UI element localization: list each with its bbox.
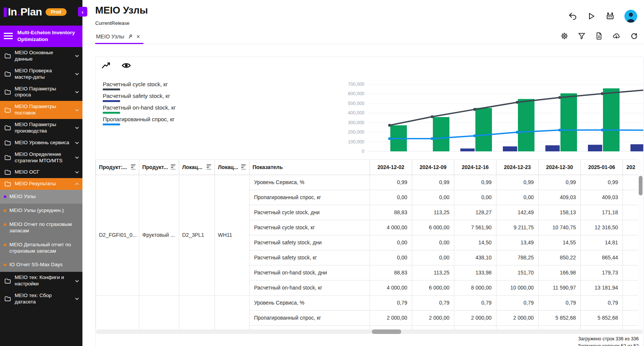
legend-item[interactable]: Расчетный on-hand stock, кг (103, 104, 176, 114)
chevron-down-icon (75, 140, 79, 145)
table-row[interactable]: Уровень Сервиса, %0,790,790,790,790,790,… (96, 295, 639, 310)
horizontal-scrollbar[interactable] (96, 329, 643, 334)
document-icon[interactable] (595, 32, 603, 40)
value-cell: 0,99 (581, 175, 623, 190)
value-cell: 0,79 (581, 295, 623, 310)
metric-cell: Расчетный on-hand stock, дни (250, 265, 370, 280)
sidebar-item[interactable]: MEIO Параметры производства (0, 119, 82, 137)
eye-icon[interactable] (122, 61, 131, 70)
user-avatar[interactable] (624, 10, 637, 23)
column-header[interactable]: Продукт... (139, 160, 179, 175)
sidebar-item[interactable]: MEIO Основные данные (0, 47, 82, 65)
column-header[interactable]: 2024-12-23 (496, 160, 539, 175)
sidebar-item[interactable]: MEIO Результаты (0, 178, 82, 190)
vertical-scrollbar[interactable] (638, 159, 643, 329)
column-menu-icon[interactable] (207, 165, 212, 169)
sidebar-item[interactable]: MEIO тех: Сбор датасета (0, 290, 82, 308)
sidebar-subitem[interactable]: MEIO Узлы (усреднен.) (0, 204, 82, 218)
value-cell: 14,50 (454, 235, 496, 250)
metric-cell: Расчетный cycle stock, дни (250, 205, 370, 220)
value-cell: 0,99 (412, 175, 454, 190)
pin-icon[interactable] (128, 34, 133, 39)
column-header[interactable]: Продукт:... (96, 160, 139, 175)
column-header[interactable]: 2024-12-16 (454, 160, 496, 175)
tab-label: MEIO Узлы (96, 34, 124, 40)
svg-text:100,000: 100,000 (348, 139, 365, 145)
column-header[interactable]: 2025-01-06 (581, 160, 623, 175)
value-cell: 113,25 (412, 265, 454, 280)
sidebar-subitem[interactable]: MEIO Отчет по страховым запасам (0, 218, 82, 238)
value-cell: 113,25 (412, 205, 454, 220)
sidebar-item[interactable]: MEIO Уровень сервиса (0, 137, 82, 149)
column-header[interactable]: Локац... (179, 160, 215, 175)
column-header[interactable]: 202 (623, 160, 639, 175)
legend-item[interactable]: Расчетный safety stock, кг (103, 93, 176, 102)
value-cell: 0,00 (412, 235, 454, 250)
value-cell: 4 000,00 (370, 220, 412, 235)
sidebar-item[interactable]: MEIO Параметры поставок (0, 101, 82, 119)
folder-icon (5, 140, 11, 146)
value-cell: 0,99 (370, 175, 412, 190)
sidebar-subitem[interactable]: MEIO Узлы (0, 190, 82, 204)
horizontal-scrollbar-thumb[interactable] (372, 329, 401, 334)
value-cell: 0,00 (454, 190, 496, 205)
group-label-cell (215, 295, 250, 329)
legend-color-swatch (103, 123, 120, 125)
sidebar-item[interactable]: MEIO Проверка мастер-даты (0, 65, 82, 83)
module-header[interactable]: Multi-Echelon Inventory Optimization (0, 26, 82, 47)
value-cell (623, 220, 639, 235)
column-header[interactable]: 2024-12-30 (539, 160, 581, 175)
sidebar-subitem[interactable]: IO Отчет SS-Max Days (0, 258, 82, 272)
sidebar-item[interactable]: MEIO Определение стратегии MTO/MTS (0, 149, 82, 167)
results-table-zone: Продукт:...Продукт...Локац...Локац...Пок… (96, 159, 643, 329)
column-menu-icon[interactable] (241, 165, 246, 169)
value-cell: 0,00 (412, 250, 454, 265)
settings-gear-icon[interactable] (560, 32, 568, 40)
env-badge: Prod (46, 8, 66, 16)
legend-item[interactable]: Расчетный cycle stock, кг (103, 81, 176, 90)
column-menu-icon[interactable] (131, 165, 136, 169)
chevron-down-icon (75, 170, 79, 175)
bullet-icon (4, 244, 6, 246)
column-header[interactable]: 2024-12-02 (370, 160, 412, 175)
column-header[interactable]: 2024-12-09 (412, 160, 454, 175)
sidebar-item[interactable]: MEIO тех: Конфиги и настройки (0, 272, 82, 290)
folder-icon (5, 71, 11, 77)
value-cell (623, 280, 639, 295)
value-cell (623, 205, 639, 220)
column-header[interactable]: Локац... (215, 160, 250, 175)
value-cell: 850,22 (539, 250, 581, 265)
sidebar-collapse-button[interactable]: ‹ (78, 7, 87, 17)
tab-close-icon[interactable]: ✕ (136, 34, 140, 40)
folder-icon (5, 278, 11, 284)
columns-loaded-status: Загружено колонок 52 из 52 (578, 343, 639, 346)
cloud-download-icon[interactable] (612, 32, 621, 40)
legend-item[interactable]: Пропагированный спрос, кг (103, 116, 176, 125)
value-cell: 166,98 (539, 265, 581, 280)
value-cell: 13 181,94 (581, 280, 623, 295)
sidebar-item[interactable]: MEIO Параметры спроса (0, 83, 82, 101)
robot-icon[interactable] (605, 12, 615, 21)
trend-chart-icon[interactable] (102, 61, 111, 70)
column-menu-icon[interactable] (171, 165, 176, 169)
value-cell: 0,00 (412, 190, 454, 205)
value-cell: 4 000,00 (370, 280, 412, 295)
sidebar-item[interactable]: MEIO ОСГ (0, 166, 82, 178)
value-cell: 5 852,68 (539, 310, 581, 325)
refresh-icon[interactable] (630, 32, 638, 40)
undo-icon[interactable] (568, 12, 577, 21)
hamburger-icon[interactable] (4, 33, 13, 39)
group-label-cell (139, 295, 179, 329)
value-cell: 0,79 (496, 295, 539, 310)
sidebar-subitem[interactable]: MEIO Детальный отчет по страховым запаса… (0, 238, 82, 258)
tab-meio-uzly[interactable]: MEIO Узлы ✕ (95, 34, 143, 44)
value-cell: 6 000,00 (412, 220, 454, 235)
table-row[interactable]: D2_FGFI01_0...Фруктовый ...D2_3PL1WH11Ур… (96, 175, 639, 190)
play-icon[interactable] (587, 12, 596, 21)
vertical-scrollbar-thumb[interactable] (639, 176, 642, 195)
metric-cell: Пропагированный спрос, кг (250, 190, 370, 205)
value-cell: 2 000,00 (496, 310, 539, 325)
filter-icon[interactable] (578, 32, 586, 40)
value-cell: 0,99 (539, 175, 581, 190)
column-header[interactable]: Показатель (250, 160, 370, 175)
